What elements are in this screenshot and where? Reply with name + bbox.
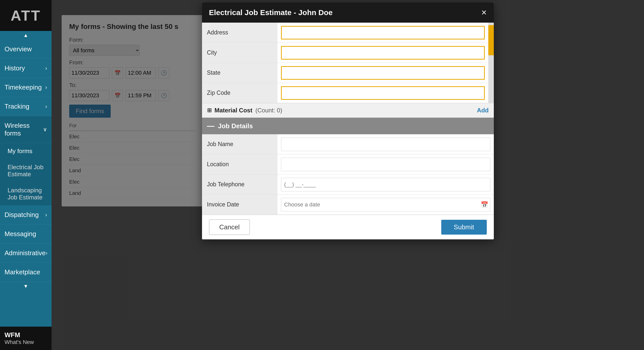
job-name-input-wrap	[277, 134, 494, 154]
job-name-label: Job Name	[202, 134, 277, 154]
chevron-right-icon: ›	[45, 84, 47, 91]
sidebar-item-label: Marketplace	[5, 268, 40, 276]
state-field-row: State	[202, 63, 488, 83]
sidebar-item-wireless-forms[interactable]: Wireless forms ∨	[0, 116, 52, 143]
zip-code-input[interactable]	[281, 86, 485, 100]
material-cost-section-bar: ⊞ Material Cost (Count: 0) Add	[202, 103, 494, 118]
sidebar-sub-item-landscaping-job-estimate[interactable]: Landscaping Job Estimate	[0, 182, 52, 205]
chevron-right-icon: ›	[45, 103, 47, 110]
address-field-row: Address	[202, 23, 488, 43]
chevron-down-icon: ∨	[43, 126, 47, 133]
zip-code-field-row: Zip Code	[202, 83, 488, 103]
sidebar-item-timekeeping[interactable]: Timekeeping ›	[0, 78, 52, 97]
sidebar-item-label: Dispatching	[5, 211, 39, 219]
location-input-wrap	[277, 154, 494, 174]
material-cost-label: Material Cost	[215, 107, 253, 114]
city-input-wrap	[277, 43, 488, 63]
sidebar-item-label: Overview	[5, 45, 32, 53]
address-label: Address	[202, 23, 277, 42]
modal-dialog: Electrical Job Estimate - John Doe × Add…	[202, 3, 494, 239]
chevron-right-icon: ›	[45, 65, 47, 72]
address-input-wrap	[277, 23, 488, 42]
sidebar-item-tracking[interactable]: Tracking ›	[0, 97, 52, 116]
location-input[interactable]	[281, 158, 490, 171]
sidebar-submenu-wireless-forms: My forms Electrical Job Estimate Landsca…	[0, 143, 52, 205]
location-label: Location	[202, 154, 277, 174]
chevron-right-icon: ›	[45, 212, 47, 218]
whats-new-label: What's New	[5, 339, 47, 345]
modal-footer: Cancel Submit	[202, 215, 494, 239]
sidebar-item-messaging[interactable]: Messaging	[0, 225, 52, 244]
submit-button[interactable]: Submit	[441, 220, 487, 235]
sidebar-item-marketplace[interactable]: Marketplace	[0, 263, 52, 282]
location-field-row: Location	[202, 154, 494, 174]
city-input[interactable]	[281, 46, 485, 60]
sidebar: ATT ▲ Overview History › Timekeeping › T…	[0, 0, 52, 350]
wfm-label: WFM	[5, 331, 47, 339]
sidebar-scroll-up[interactable]: ▲	[0, 31, 52, 40]
zip-code-input-wrap	[277, 83, 488, 103]
sidebar-item-label: Wireless forms	[5, 122, 43, 137]
job-details-label: Job Details	[218, 122, 253, 130]
sidebar-bottom: WFM What's New	[0, 327, 52, 350]
sidebar-scroll-down[interactable]: ▼	[0, 282, 52, 291]
sidebar-item-dispatching[interactable]: Dispatching ›	[0, 205, 52, 225]
state-input[interactable]	[281, 66, 485, 80]
address-input[interactable]	[281, 26, 485, 39]
zip-code-label: Zip Code	[202, 83, 277, 103]
state-input-wrap	[277, 63, 488, 83]
invoice-date-field-row: Invoice Date 📅	[202, 195, 494, 215]
modal-header: Electrical Job Estimate - John Doe ×	[202, 3, 494, 23]
material-cost-add-button[interactable]: Add	[477, 107, 489, 114]
sidebar-sub-item-electrical-job-estimate[interactable]: Electrical Job Estimate	[0, 159, 52, 182]
job-name-input[interactable]	[281, 138, 490, 151]
modal-body: Address City	[202, 23, 494, 215]
invoice-date-label: Invoice Date	[202, 195, 277, 214]
grid-icon: ⊞	[207, 107, 212, 114]
job-telephone-label: Job Telephone	[202, 174, 277, 194]
cancel-button[interactable]: Cancel	[209, 220, 250, 235]
sidebar-item-history[interactable]: History ›	[0, 59, 52, 78]
modal-title: Electrical Job Estimate - John Doe	[209, 8, 333, 17]
sidebar-item-label: Tracking	[5, 103, 29, 110]
invoice-date-input-wrap: 📅	[277, 195, 494, 214]
city-field-row: City	[202, 43, 488, 63]
modal-close-button[interactable]: ×	[481, 8, 487, 17]
sidebar-item-label: Messaging	[5, 230, 36, 238]
city-label: City	[202, 43, 277, 63]
sidebar-item-administrative[interactable]: Administrative ›	[0, 244, 52, 263]
invoice-date-input[interactable]	[281, 198, 490, 211]
chevron-right-icon: ›	[46, 250, 47, 256]
collapse-icon: —	[207, 122, 215, 130]
scroll-thumb	[488, 25, 494, 55]
top-fields-area: Address City	[202, 23, 494, 103]
sidebar-item-label: Administrative	[5, 249, 46, 257]
job-details-collapse-bar[interactable]: — Job Details	[202, 118, 494, 134]
main-content: My forms - Showing the last 50 s Form: A…	[52, 0, 644, 350]
scroll-indicator	[488, 23, 494, 103]
material-cost-left: ⊞ Material Cost (Count: 0)	[207, 107, 282, 114]
sidebar-item-label: Timekeeping	[5, 83, 42, 91]
sidebar-logo: ATT	[0, 0, 52, 31]
sidebar-item-label: History	[5, 64, 25, 72]
job-name-field-row: Job Name	[202, 134, 494, 154]
calendar-icon: 📅	[481, 201, 488, 208]
sidebar-item-overview[interactable]: Overview	[0, 40, 52, 59]
modal-overlay: Electrical Job Estimate - John Doe × Add…	[52, 0, 644, 350]
app-logo-text: ATT	[11, 7, 41, 24]
top-fields-content: Address City	[202, 23, 488, 103]
state-label: State	[202, 63, 277, 83]
job-telephone-field-row: Job Telephone	[202, 174, 494, 195]
sidebar-sub-item-my-forms[interactable]: My forms	[0, 143, 52, 159]
job-telephone-input[interactable]	[281, 178, 490, 191]
job-telephone-input-wrap	[277, 174, 494, 194]
material-cost-count: (Count: 0)	[255, 107, 282, 114]
